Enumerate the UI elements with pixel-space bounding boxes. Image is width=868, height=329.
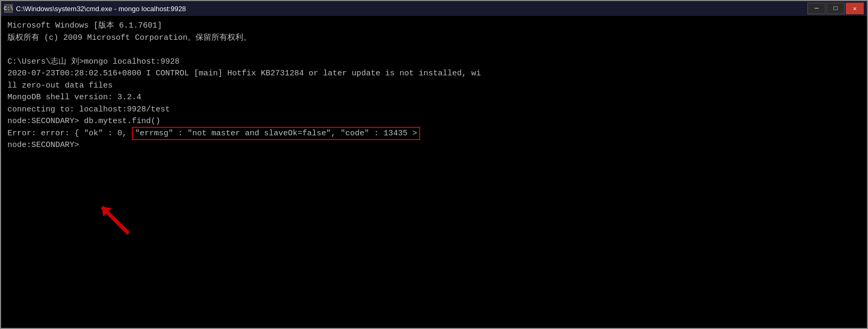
console-line-9: node:SECONDARY> db.mytest.find() — [7, 116, 861, 128]
console-line-4: C:\Users\志山 刘>mongo localhost:9928 — [7, 56, 861, 68]
console-line-2: 版权所有 (c) 2009 Microsoft Corporation。保留所有… — [7, 32, 861, 45]
close-button[interactable]: ✕ — [846, 3, 864, 14]
title-bar: C:\ C:\Windows\system32\cmd.exe - mongo … — [1, 1, 867, 16]
title-bar-left: C:\ C:\Windows\system32\cmd.exe - mongo … — [4, 4, 186, 13]
maximize-button[interactable]: □ — [827, 3, 845, 14]
cmd-icon: C:\ — [4, 4, 13, 13]
minimize-button[interactable]: ─ — [807, 3, 826, 14]
console-line-1: Microsoft Windows [版本 6.1.7601] — [7, 20, 861, 32]
console-line-10: Error: error: { "ok" : 0, "errmsg" : "no… — [7, 128, 861, 140]
console-line-11: node:SECONDARY> — [7, 140, 861, 152]
error-prefix: Error: error: { "ok" : 0, — [7, 129, 132, 138]
red-arrow-icon — [91, 196, 134, 239]
error-highlight-box: "errmsg" : "not master and slaveOk=false… — [132, 127, 420, 140]
console-line-5: 2020-07-23T00:28:02.516+0800 I CONTROL [… — [7, 68, 861, 80]
console-line-6: ll zero-out data files — [7, 80, 861, 92]
cmd-window: C:\ C:\Windows\system32\cmd.exe - mongo … — [0, 0, 868, 329]
secondary-prompt: node:SECONDARY> — [7, 141, 79, 150]
title-buttons: ─ □ ✕ — [807, 3, 864, 14]
console-line-8: connecting to: localhost:9928/test — [7, 104, 861, 116]
console-line-7: MongoDB shell version: 3.2.4 — [7, 92, 861, 104]
window-title: C:\Windows\system32\cmd.exe - mongo loca… — [16, 5, 186, 13]
arrow-annotation — [91, 196, 134, 244]
console-body[interactable]: Microsoft Windows [版本 6.1.7601] 版权所有 (c)… — [1, 16, 867, 328]
console-line-3 — [7, 44, 861, 56]
